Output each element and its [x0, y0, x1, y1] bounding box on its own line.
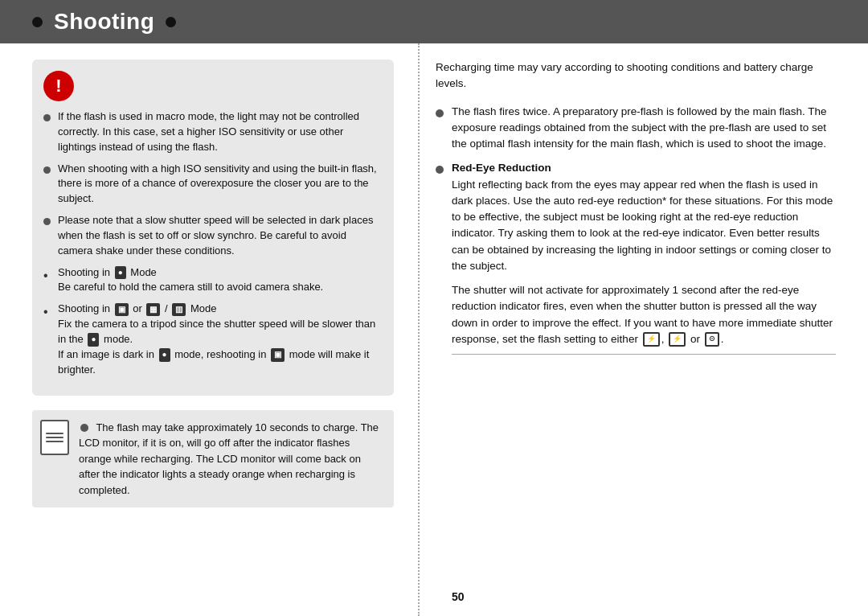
info-box: The flash may take approximately 10 seco…	[32, 410, 394, 508]
info-text-1: The flash may take approximately 10 seco…	[79, 421, 379, 496]
icon-line	[46, 437, 63, 438]
list-item-shutter-note: The shutter will not activate for approx…	[436, 282, 836, 355]
page-title: Shooting	[54, 9, 154, 35]
list-item: Please note that a slow shutter speed wi…	[43, 213, 381, 259]
list-item: Shooting in ▣ or ▦ / ▥ Mode Fix the came…	[43, 302, 381, 377]
icon-line	[46, 441, 63, 442]
flash-icon-1: ⚡	[643, 332, 660, 347]
warning-bullet-list: If the flash is used in macro mode, the …	[43, 109, 381, 378]
warning-box: ! If the flash is used in macro mode, th…	[32, 60, 394, 396]
list-item-pre-flash: The flash fires twice. A preparatory pre…	[436, 104, 836, 153]
list-item: When shooting with a high ISO sensitivit…	[43, 162, 381, 207]
right-column: Recharging time may vary according to sh…	[418, 43, 868, 616]
flash-icon-2: ⚡	[669, 332, 686, 347]
list-item: Shooting in ● Mode Be careful to hold th…	[43, 265, 381, 296]
list-item: If the flash is used in macro mode, the …	[43, 109, 381, 155]
camera-mode-icon-6: ●	[159, 348, 170, 362]
recharging-intro: Recharging time may vary according to sh…	[436, 60, 836, 92]
camera-mode-icon-2: ▣	[115, 303, 129, 317]
header-dot-left	[32, 17, 43, 27]
camera-mode-icon-4: ▥	[172, 303, 186, 317]
info-document-icon	[40, 420, 69, 455]
page-number: 50	[452, 590, 465, 603]
icon-line	[46, 433, 63, 434]
page-header: Shooting	[0, 0, 868, 43]
camera-mode-icon-5: ●	[88, 333, 99, 347]
main-content: ! If the flash is used in macro mode, th…	[0, 43, 868, 616]
bullet-circle-icon	[80, 424, 88, 432]
camera-mode-icon-7: ▣	[271, 348, 285, 362]
red-eye-title: Red-Eye Reduction	[452, 162, 551, 174]
flash-icon-3: ⊙	[705, 332, 719, 347]
list-item-red-eye: Red-Eye Reduction Light reflecting back …	[436, 160, 836, 274]
camera-mode-icon: ●	[115, 266, 126, 280]
left-column: ! If the flash is used in macro mode, th…	[0, 43, 418, 616]
right-bullet-list: The flash fires twice. A preparatory pre…	[436, 104, 836, 355]
camera-mode-icon-3: ▦	[146, 303, 160, 317]
header-dot-right	[166, 17, 176, 27]
warning-icon: !	[43, 71, 74, 101]
divider-line	[452, 354, 836, 355]
